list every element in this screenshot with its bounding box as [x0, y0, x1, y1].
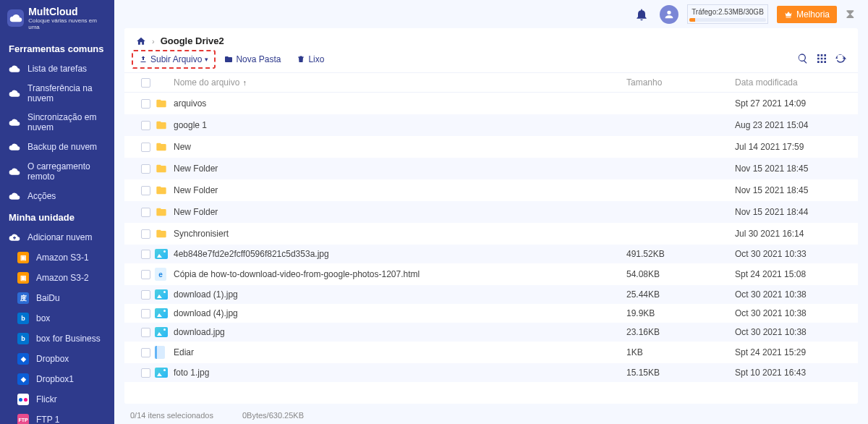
row-checkbox[interactable]: [141, 99, 150, 109]
sidebar-item-label: box: [36, 313, 50, 323]
sidebar-drive-amazon-s3-1[interactable]: ▣Amazon S3-1: [9, 247, 114, 268]
search-icon[interactable]: [797, 53, 809, 67]
sidebar-item-label: Backup de nuvem: [27, 142, 97, 152]
upgrade-button[interactable]: Melhoria: [777, 6, 837, 23]
row-checkbox[interactable]: [141, 186, 150, 195]
sidebar-tool-3[interactable]: Backup de nuvem: [0, 137, 114, 157]
sidebar-drive-flickr[interactable]: Flickr: [9, 389, 114, 410]
trash-label: Lixo: [308, 54, 324, 64]
home-icon[interactable]: [136, 36, 146, 46]
sidebar-item-label: FTP 1: [36, 415, 59, 424]
file-date: Spt 24 2021 15:08: [735, 269, 806, 279]
table-row[interactable]: New FolderNov 15 2021 18:45: [124, 179, 858, 201]
selection-size: 0Bytes/630.25KB: [242, 411, 304, 420]
upload-button[interactable]: Subir Arquivo ▾: [136, 52, 211, 67]
selection-count: 0/14 itens selecionados: [130, 411, 213, 420]
file-date: Nov 15 2021 18:45: [735, 185, 808, 195]
s3-icon: ▣: [17, 252, 29, 263]
trash-button[interactable]: Lixo: [294, 52, 327, 67]
new-folder-label: Nova Pasta: [236, 54, 281, 64]
col-size-label[interactable]: Tamanho: [626, 77, 662, 88]
file-name: google 1: [174, 120, 207, 130]
row-checkbox[interactable]: [141, 290, 150, 300]
file-size: 25.44KB: [626, 289, 660, 300]
upload-icon: [139, 55, 148, 64]
sidebar-item-label: box for Business: [36, 334, 101, 344]
sidebar-tool-5[interactable]: Acções: [0, 186, 114, 206]
file-name: download.jpg: [174, 327, 225, 337]
file-date: Spt 27 2021 14:09: [735, 98, 806, 109]
upload-label: Subir Arquivo: [150, 54, 202, 64]
sidebar-tool-4[interactable]: O carregamento remoto: [0, 157, 114, 186]
table-row[interactable]: download (1).jpg25.44KBOct 30 2021 10:38: [124, 285, 858, 304]
sidebar-drive-dropbox1[interactable]: ◆Dropbox1: [9, 369, 114, 389]
sidebar-drive-amazon-s3-2[interactable]: ▣Amazon S3-2: [9, 268, 114, 288]
file-name: download (1).jpg: [174, 289, 238, 300]
sidebar-tool-1[interactable]: Transferência na nuvem: [0, 79, 114, 108]
row-checkbox[interactable]: [141, 250, 150, 259]
table-row[interactable]: NewJul 14 2021 17:59: [124, 136, 858, 158]
bell-icon[interactable]: [632, 5, 651, 24]
table-row[interactable]: New FolderNov 15 2021 18:45: [124, 158, 858, 179]
row-checkbox[interactable]: [141, 328, 150, 337]
file-date: Spt 10 2021 16:43: [735, 368, 806, 378]
sidebar-drive-box-for-business[interactable]: bbox for Business: [9, 328, 114, 349]
row-checkbox[interactable]: [141, 309, 150, 318]
table-row[interactable]: download (4).jpg19.9KBOct 30 2021 10:38: [124, 304, 858, 323]
select-all-checkbox[interactable]: [141, 78, 150, 88]
document-icon: [155, 346, 165, 359]
file-name: 4eb848e7fd2e2fcff0596f821c5d353a.jpg: [174, 249, 329, 259]
file-name: foto 1.jpg: [174, 368, 209, 378]
col-name-label[interactable]: Nome do arquivo: [174, 77, 239, 88]
brand-logo[interactable]: MultCloud Coloque várias nuvens em uma: [0, 0, 114, 38]
row-checkbox[interactable]: [141, 208, 150, 217]
cloud-dots-icon: [9, 190, 20, 202]
row-checkbox[interactable]: [141, 121, 150, 130]
table-row[interactable]: Ediar1KBSpt 24 2021 15:29: [124, 342, 858, 363]
hourglass-icon[interactable]: ⧗: [846, 7, 855, 22]
user-menu[interactable]: [660, 5, 678, 24]
table-row[interactable]: 4eb848e7fd2e2fcff0596f821c5d353a.jpg491.…: [124, 245, 858, 263]
traffic-text: Tráfego:2.53MB/30GB: [689, 7, 766, 18]
sidebar-drive-dropbox[interactable]: ◆Dropbox: [9, 349, 114, 369]
status-bar: 0/14 itens selecionados 0Bytes/630.25KB: [114, 407, 868, 424]
row-checkbox[interactable]: [141, 143, 150, 152]
refresh-icon[interactable]: [835, 53, 846, 67]
row-checkbox[interactable]: [141, 229, 150, 239]
image-icon: [155, 368, 168, 378]
file-size: 23.16KB: [626, 327, 660, 337]
sidebar-tool-2[interactable]: Sincronização em nuvem: [0, 108, 114, 137]
table-row[interactable]: arquivosSpt 27 2021 14:09: [124, 93, 858, 114]
table-row[interactable]: New FolderNov 15 2021 18:44: [124, 201, 858, 223]
sidebar-drive-ftp-1[interactable]: FTPFTP 1: [9, 410, 114, 424]
sidebar-tool-0[interactable]: Lista de tarefas: [0, 59, 114, 79]
row-checkbox[interactable]: [141, 368, 150, 378]
content-card: › Google Drive2 Subir Arquivo ▾ Nova Pas…: [124, 28, 858, 404]
file-list[interactable]: arquivosSpt 27 2021 14:09google 1Aug 23 …: [124, 93, 858, 404]
sidebar-drive-baidu[interactable]: 度BaiDu: [9, 288, 114, 308]
table-row[interactable]: SynchronisiertJul 30 2021 16:14: [124, 223, 858, 245]
col-date-label[interactable]: Data modificada: [735, 77, 798, 88]
file-date: Jul 30 2021 16:14: [735, 229, 804, 239]
cloud-logo-icon: [7, 9, 24, 27]
table-row[interactable]: Cópia de how-to-download-video-from-goog…: [124, 263, 858, 285]
grid-view-icon[interactable]: [816, 53, 827, 67]
sidebar-section-mydrive: Minha unidade: [0, 206, 114, 227]
file-size: 491.52KB: [626, 249, 665, 259]
file-name: New Folder: [174, 207, 218, 217]
row-checkbox[interactable]: [141, 164, 150, 174]
table-row[interactable]: google 1Aug 23 2021 15:04: [124, 114, 858, 136]
folder-icon: [155, 184, 168, 197]
breadcrumb-current[interactable]: Google Drive2: [161, 35, 224, 46]
file-date: Oct 30 2021 10:38: [735, 289, 807, 300]
row-checkbox[interactable]: [141, 348, 150, 357]
table-row[interactable]: foto 1.jpg15.15KBSpt 10 2021 16:43: [124, 363, 858, 382]
new-folder-button[interactable]: Nova Pasta: [221, 52, 284, 67]
row-checkbox[interactable]: [141, 270, 150, 279]
file-date: Jul 14 2021 17:59: [735, 142, 804, 152]
sidebar-add-cloud[interactable]: Adicionar nuvem: [0, 227, 114, 247]
sort-asc-icon[interactable]: ↑: [242, 78, 247, 87]
caret-down-icon: ▾: [205, 56, 208, 63]
table-row[interactable]: download.jpg23.16KBOct 30 2021 10:38: [124, 323, 858, 342]
sidebar-drive-box[interactable]: bbox: [9, 308, 114, 328]
